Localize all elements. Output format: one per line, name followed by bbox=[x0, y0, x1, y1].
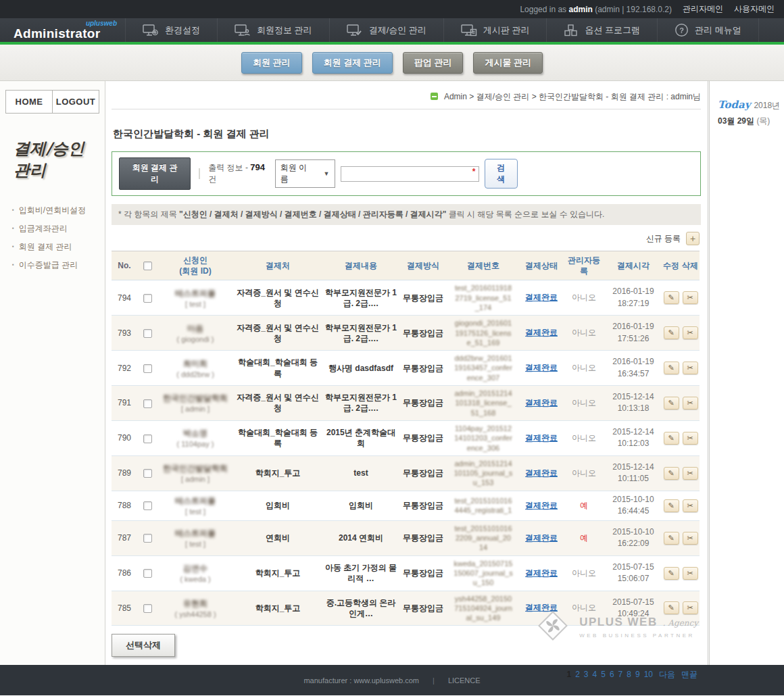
col-status[interactable]: 결제상태 bbox=[520, 251, 563, 280]
row-checkbox[interactable] bbox=[143, 501, 152, 510]
user-main-link[interactable]: 사용자메인 bbox=[734, 3, 775, 15]
cell-applicant[interactable]: 박소영( 1104pay ) bbox=[157, 420, 233, 455]
home-logout-box: HOME LOGOUT bbox=[5, 90, 99, 114]
subnav-button-3[interactable]: 게시물 관리 bbox=[473, 52, 543, 74]
col-payee[interactable]: 결제처 bbox=[233, 251, 322, 280]
cell-applicant[interactable]: 최미희( ddd2brw ) bbox=[157, 351, 233, 386]
col-applicant[interactable]: 신청인 (회원 ID) bbox=[157, 251, 233, 280]
delete-button[interactable]: ✂ bbox=[683, 291, 698, 304]
status-link[interactable]: 결제완료 bbox=[525, 398, 558, 407]
subnav-button-1[interactable]: 회원 결제 관리 bbox=[312, 52, 393, 74]
delete-button[interactable]: ✂ bbox=[683, 532, 698, 545]
brand-logo[interactable]: uplusweb Administrator bbox=[0, 18, 125, 42]
row-checkbox[interactable] bbox=[143, 399, 152, 408]
delete-button[interactable]: ✂ bbox=[683, 567, 698, 580]
nav-item-0[interactable]: 환경설정 bbox=[125, 18, 217, 42]
edit-button[interactable]: ✎ bbox=[664, 567, 679, 580]
cell-delete: ✂ bbox=[681, 520, 700, 555]
sidebar-item-0[interactable]: ▪입회비/연회비설정 bbox=[12, 201, 105, 220]
new-register-label[interactable]: 신규 등록 bbox=[646, 233, 681, 245]
status-link[interactable]: 결제완료 bbox=[525, 533, 558, 543]
subnav-button-2[interactable]: 팝업 관리 bbox=[403, 52, 464, 74]
row-checkbox[interactable] bbox=[143, 434, 152, 443]
page-link-4[interactable]: 4 bbox=[593, 670, 597, 679]
cell-time: 2015-10-1016:22:09 bbox=[605, 520, 662, 555]
subnav-button-0[interactable]: 회원 관리 bbox=[241, 52, 302, 74]
cell-payee: 자격증_원서 및 연수신청 bbox=[233, 280, 322, 316]
row-checkbox[interactable] bbox=[143, 329, 152, 338]
add-button[interactable]: + bbox=[686, 232, 700, 245]
delete-button[interactable]: ✂ bbox=[683, 499, 698, 512]
page-link-7[interactable]: 7 bbox=[618, 670, 623, 679]
member-payment-tab-button[interactable]: 회원 결제 관리 bbox=[119, 157, 191, 190]
col-time[interactable]: 결제시각 bbox=[605, 251, 662, 280]
cell-delete: ✂ bbox=[681, 280, 700, 316]
row-checkbox[interactable] bbox=[143, 569, 152, 578]
edit-button[interactable]: ✎ bbox=[664, 291, 679, 304]
col-admin-reg[interactable]: 관리자등록 bbox=[563, 251, 605, 280]
cell-applicant[interactable]: 한국인간발달학회[ admin ] bbox=[157, 455, 233, 491]
status-link[interactable]: 결제완료 bbox=[525, 501, 558, 510]
status-link[interactable]: 결제완료 bbox=[525, 363, 558, 372]
sidebar-item-3[interactable]: ▪이수증발급 관리 bbox=[12, 256, 105, 274]
edit-button[interactable]: ✎ bbox=[664, 499, 679, 512]
row-checkbox[interactable] bbox=[143, 534, 152, 543]
status-link[interactable]: 결제완료 bbox=[525, 468, 558, 478]
cell-time: 2016-01-1917:51:26 bbox=[605, 316, 662, 351]
last-page-link[interactable]: 맨끝 bbox=[681, 670, 697, 679]
search-input[interactable] bbox=[341, 166, 479, 182]
edit-button[interactable]: ✎ bbox=[664, 532, 679, 545]
search-button[interactable]: 검색 bbox=[485, 159, 518, 189]
delete-button[interactable]: ✂ bbox=[683, 326, 698, 339]
nav-item-3[interactable]: 게시판 관리 bbox=[443, 18, 547, 42]
page-link-3[interactable]: 3 bbox=[584, 670, 589, 679]
cell-applicant[interactable]: 마음( giogondi ) bbox=[157, 316, 233, 351]
delete-selected-button[interactable]: 선택삭제 bbox=[112, 634, 175, 657]
cell-applicant[interactable]: 테스트피플[ test ] bbox=[157, 491, 233, 520]
delete-button[interactable]: ✂ bbox=[683, 362, 698, 374]
page-link-8[interactable]: 8 bbox=[627, 670, 631, 679]
cell-applicant[interactable]: 유현희( ysh44258 ) bbox=[157, 591, 233, 626]
status-link[interactable]: 결제완료 bbox=[525, 433, 558, 443]
row-checkbox[interactable] bbox=[143, 294, 152, 303]
cell-applicant[interactable]: 한국인간발달학회[ admin ] bbox=[157, 386, 233, 421]
status-link[interactable]: 결제완료 bbox=[525, 328, 558, 337]
col-method[interactable]: 결제방식 bbox=[399, 251, 447, 280]
edit-button[interactable]: ✎ bbox=[664, 432, 679, 445]
cell-delete: ✂ bbox=[681, 491, 700, 520]
edit-button[interactable]: ✎ bbox=[664, 362, 679, 374]
select-all-checkbox[interactable] bbox=[143, 262, 152, 270]
cell-applicant[interactable]: 김연수( kweda ) bbox=[157, 555, 233, 591]
nav-item-4[interactable]: 옵션 프로그램 bbox=[546, 18, 657, 42]
delete-button[interactable]: ✂ bbox=[683, 397, 698, 409]
nav-item-2[interactable]: 결제/승인 관리 bbox=[329, 18, 443, 42]
edit-button[interactable]: ✎ bbox=[664, 467, 679, 480]
admin-reg-value: 아니오 bbox=[572, 433, 596, 443]
cell-applicant[interactable]: 테스트피플[ test ] bbox=[157, 520, 233, 555]
page-link-2[interactable]: 2 bbox=[575, 670, 580, 679]
row-checkbox[interactable] bbox=[143, 469, 152, 478]
search-field-select[interactable]: 회원 이름 ▼ bbox=[275, 159, 335, 188]
nav-item-1[interactable]: 회원정보 관리 bbox=[217, 18, 329, 42]
next-page-link[interactable]: 다음 bbox=[659, 670, 675, 679]
edit-button[interactable]: ✎ bbox=[664, 397, 679, 409]
home-button[interactable]: HOME bbox=[6, 91, 52, 113]
logout-button[interactable]: LOGOUT bbox=[52, 91, 99, 113]
page-link-9[interactable]: 9 bbox=[635, 670, 640, 679]
page-link-10[interactable]: 10 bbox=[644, 670, 653, 679]
edit-button[interactable]: ✎ bbox=[664, 326, 679, 339]
page-link-6[interactable]: 6 bbox=[610, 670, 614, 679]
status-link[interactable]: 결제완료 bbox=[525, 568, 558, 578]
status-link[interactable]: 결제완료 bbox=[525, 293, 558, 302]
cell-applicant[interactable]: 테스트피플[ test ] bbox=[157, 280, 233, 316]
admin-main-link[interactable]: 관리자메인 bbox=[683, 3, 723, 15]
sidebar-item-1[interactable]: ▪입금계좌관리 bbox=[12, 220, 105, 238]
col-number[interactable]: 결제번호 bbox=[447, 251, 520, 280]
delete-button[interactable]: ✂ bbox=[683, 467, 698, 480]
nav-item-5[interactable]: ?관리 메뉴얼 bbox=[657, 18, 759, 42]
delete-button[interactable]: ✂ bbox=[683, 432, 698, 445]
sidebar-item-2[interactable]: ▪회원 결제 관리 bbox=[12, 238, 105, 256]
page-link-5[interactable]: 5 bbox=[601, 670, 606, 679]
row-checkbox[interactable] bbox=[143, 604, 152, 613]
row-checkbox[interactable] bbox=[143, 364, 152, 373]
